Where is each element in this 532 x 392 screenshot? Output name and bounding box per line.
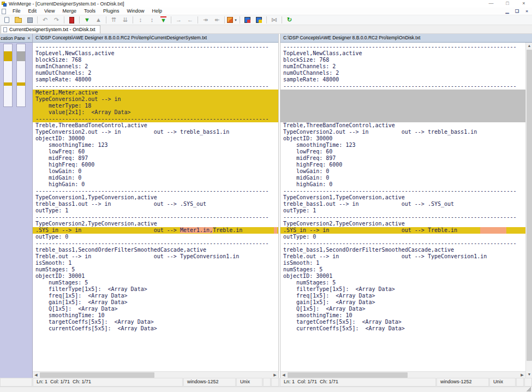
code-line: Treble.out --> in out --> TypeConversion… (33, 253, 278, 260)
redo-icon[interactable]: ↷ (51, 15, 62, 25)
code-line: lowFreq: 60 (280, 149, 525, 155)
menu-file[interactable]: File (9, 8, 25, 15)
scroll-left-icon[interactable]: ◀ (280, 372, 287, 378)
vscroll-thumb[interactable] (527, 50, 532, 361)
code-line: sampleRate: 48000 (280, 76, 525, 83)
menu-tools[interactable]: Tools (80, 8, 99, 15)
next-diff-icon[interactable]: ▼ (81, 15, 93, 25)
mdi-close-icon[interactable]: × (522, 8, 531, 15)
mdi-restore-icon[interactable]: ❏ (512, 8, 522, 15)
word-diff-highlight: Meter1.in, (180, 227, 213, 233)
prev-conflict-icon[interactable]: ↕ (146, 15, 158, 25)
scroll-right-icon[interactable]: ▶ (519, 372, 525, 378)
tab-current-comparison[interactable]: CurrentDesignerSystem.txt - OnDisk.txt (1, 25, 100, 33)
location-pane-title: cation Pane (1, 35, 26, 41)
code-line: numOutChannels: 2 (280, 70, 525, 76)
menu-help[interactable]: Help (148, 8, 166, 15)
last-diff-icon[interactable]: ⇊ (119, 15, 131, 25)
left-horizontal-scrollbar[interactable]: ◀ ▶ (33, 371, 278, 378)
code-line: numStages: 5 (280, 280, 525, 286)
resize-grip[interactable] (527, 387, 531, 391)
menu-merge[interactable]: Merge (58, 8, 80, 15)
left-hscroll-thumb[interactable] (40, 372, 154, 378)
next-conflict-icon[interactable]: ↕ (135, 15, 146, 25)
scroll-up-icon[interactable]: ▲ (526, 43, 532, 49)
compare-area: cation Pane × C:\DSP Concepts\AWE Design… (0, 34, 532, 378)
right-editor[interactable]: ----------------------------------------… (280, 43, 525, 371)
code-line: Q[1x5]: <Array Data> (33, 306, 278, 312)
menu-view[interactable]: View (40, 8, 58, 15)
code-line: TypeConversion2.out --> in (33, 96, 278, 103)
code-line: TypeConversion1,TypeConversion,active (33, 194, 278, 201)
undo-icon[interactable]: ↶ (39, 15, 51, 25)
code-line: Treble,ThreeBandToneControl,active (33, 122, 278, 129)
location-pane-header: cation Pane × (0, 34, 32, 43)
refresh-icon[interactable]: ↻ (284, 15, 295, 25)
code-line: treble_bass1.out --> in out --> .SYS_out (280, 201, 525, 207)
diff-marker-gray[interactable] (17, 51, 25, 61)
code-line: Treble.out --> in out --> TypeConversion… (280, 253, 525, 260)
right-eol-style: Unix (489, 378, 516, 387)
compare-right-icon[interactable] (253, 15, 265, 25)
copy-left-advance-icon[interactable]: ↞ (211, 15, 223, 25)
menu-plugins[interactable]: Plugins (99, 8, 123, 15)
swap-panes-icon[interactable]: ⋈ (268, 15, 280, 25)
title-bar: WinMerge - [CurrentDesignerSystem.txt - … (0, 0, 532, 8)
compare-left-icon[interactable] (242, 15, 253, 25)
right-horizontal-scrollbar[interactable]: ◀ ▶ (280, 371, 525, 378)
minimize-icon[interactable]: — (483, 0, 499, 8)
left-location-bar[interactable] (3, 44, 13, 107)
new-icon[interactable] (1, 15, 13, 25)
save-icon[interactable] (24, 15, 35, 25)
code-line: filterType[1x5]: <Array Data> (280, 286, 525, 293)
close-icon[interactable]: × (516, 0, 532, 8)
copy-left-icon[interactable]: ← (184, 15, 196, 25)
copy-right-advance-icon[interactable]: ↠ (200, 15, 211, 25)
right-hscroll-thumb[interactable] (288, 372, 408, 378)
location-pane-close-icon[interactable]: × (26, 35, 32, 41)
open-icon[interactable] (13, 15, 24, 25)
left-editor[interactable]: ----------------------------------------… (33, 43, 278, 371)
scroll-left-icon[interactable]: ◀ (33, 372, 39, 378)
diff-marker-gold[interactable] (4, 51, 12, 61)
merge-mode-icon[interactable]: ▼ (226, 15, 238, 25)
code-line: objectID: 30000 (33, 135, 278, 142)
prev-diff-icon[interactable]: ▲ (93, 15, 104, 25)
code-line: highGain: 0 (33, 181, 278, 188)
missing-lines-filler (280, 109, 525, 116)
maximize-icon[interactable]: □ (499, 0, 516, 8)
code-line: isSmooth: 1 (33, 260, 278, 266)
separator-line: ----------------------------------------… (280, 44, 525, 50)
toolbar-separator (266, 16, 267, 23)
mdi-minimize-icon[interactable]: ▁ (503, 8, 512, 15)
document-icon[interactable] (2, 9, 6, 14)
code-line: midGain: 0 (280, 175, 525, 181)
code-line: smoothingTime: 123 (33, 142, 278, 149)
left-hscroll-track[interactable] (39, 372, 272, 378)
code-line: objectID: 30000 (280, 135, 525, 142)
separator-line: ----------------------------------------… (33, 116, 278, 122)
options-icon[interactable] (66, 15, 77, 25)
diff-marker-gold[interactable] (17, 82, 25, 86)
app-status-bar (0, 387, 532, 392)
first-diff-icon[interactable]: ⇈ (108, 15, 119, 25)
menu-window[interactable]: Window (123, 8, 148, 15)
header-corner (525, 34, 532, 43)
menu-edit[interactable]: Edit (25, 8, 41, 15)
winmerge-app-icon (2, 2, 7, 7)
diff-marker-gold[interactable] (4, 82, 12, 86)
scroll-down-icon[interactable]: ▼ (526, 371, 532, 378)
location-pane-body[interactable] (0, 43, 32, 378)
copy-right-icon[interactable]: → (173, 15, 184, 25)
dropdown-caret-icon[interactable]: ▼ (234, 19, 237, 22)
missing-word-block (480, 227, 506, 234)
vertical-scrollbar[interactable]: ▲ ▼ (525, 43, 532, 378)
right-hscroll-track[interactable] (287, 372, 519, 378)
auto-merge-icon[interactable]: ▼ (158, 15, 169, 25)
right-location-bar[interactable] (16, 44, 26, 107)
empty-status-cell (271, 378, 279, 387)
scroll-right-icon[interactable]: ▶ (272, 372, 278, 378)
code-line: treble_bass1,SecondOrderFilterSmoothedCa… (280, 247, 525, 253)
left-eol-style: Unix (236, 378, 262, 387)
left-col-indicator: Col: 1/71 (50, 379, 70, 384)
